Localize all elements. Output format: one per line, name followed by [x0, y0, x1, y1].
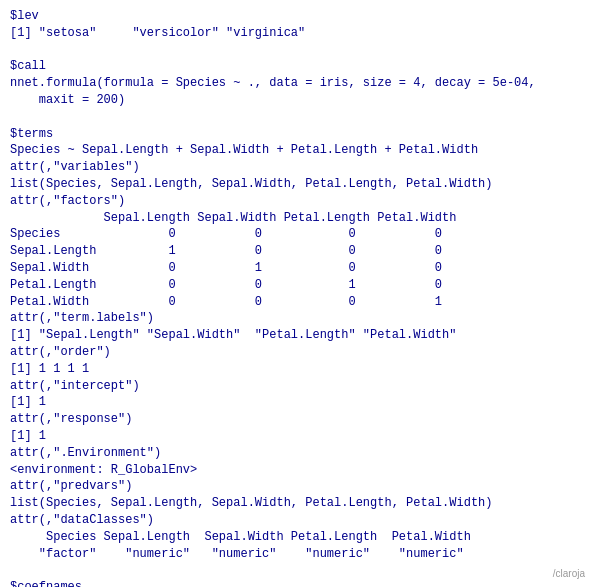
- console-output: $lev [1] "setosa" "versicolor" "virginic…: [10, 8, 583, 587]
- watermark-label: /claroja: [553, 568, 585, 579]
